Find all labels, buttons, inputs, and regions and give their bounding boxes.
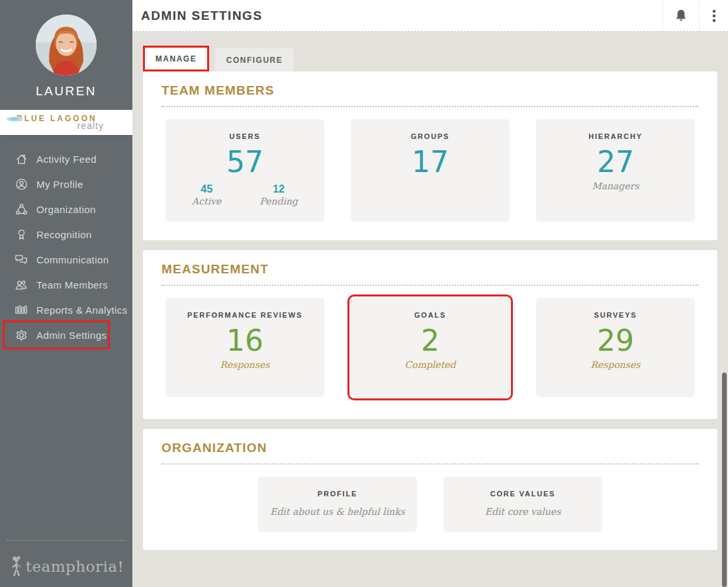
admin-settings-page: LAUREN BLUE LAGOON realty Activity FeedM… [0, 0, 728, 587]
card-hierarchy[interactable]: HIERARCHY27Managers [536, 119, 695, 222]
section-title: TEAM MEMBERS [161, 83, 699, 98]
sidebar-item-team-members[interactable]: Team Members [0, 272, 132, 297]
card-profile[interactable]: PROFILEEdit about us & helpful links [258, 476, 417, 532]
sections: TEAM MEMBERSUSERS5745Active12PendingGROU… [143, 71, 717, 550]
avatar-illustration [36, 15, 97, 75]
substats-row: 45Active12Pending [192, 183, 298, 206]
section-divider [161, 463, 699, 465]
card-title: CORE VALUES [490, 490, 555, 498]
sidebar-item-label: Team Members [36, 279, 108, 291]
tab-configure[interactable]: CONFIGURE [215, 48, 294, 71]
card-core-values[interactable]: CORE VALUESEdit core values [443, 476, 602, 532]
sidebar-footer: teamphoria! [0, 540, 132, 587]
tabs: MANAGECONFIGURE [143, 46, 717, 71]
stat-sublabel: Edit about us & helpful links [270, 506, 405, 517]
notifications-button[interactable] [662, 0, 699, 32]
sidebar-item-reports-analytics[interactable]: Reports & Analytics [0, 297, 132, 322]
card-performance-reviews[interactable]: PERFORMANCE REVIEWS16Responses [165, 298, 324, 397]
vertical-scrollbar[interactable] [722, 373, 727, 587]
sidebar: LAUREN BLUE LAGOON realty Activity FeedM… [0, 0, 132, 587]
card-title: PERFORMANCE REVIEWS [187, 311, 302, 319]
card-title: GROUPS [411, 132, 449, 140]
topbar: ADMIN SETTINGS [132, 0, 728, 32]
card-groups[interactable]: GROUPS17 [351, 119, 510, 222]
sidebar-item-recognition[interactable]: Recognition [0, 222, 132, 247]
substat-label: Active [192, 196, 221, 206]
card-surveys[interactable]: SURVEYS29Responses [536, 298, 695, 397]
sidebar-item-label: Reports & Analytics [36, 304, 128, 316]
sidebar-item-admin-settings[interactable]: Admin Settings [0, 322, 132, 347]
sidebar-item-label: My Profile [36, 179, 83, 190]
section-divider [161, 106, 699, 107]
stat-sublabel: Completed [404, 359, 455, 370]
bell-icon [675, 9, 687, 23]
sidebar-item-label: Communication [36, 254, 109, 265]
substat-pending: 12Pending [259, 183, 298, 206]
overflow-menu-button[interactable] [699, 0, 728, 32]
stat-value: 17 [412, 146, 449, 178]
card-users[interactable]: USERS5745Active12Pending [165, 119, 324, 222]
avatar[interactable] [36, 15, 97, 75]
substat-value: 12 [259, 183, 298, 195]
company-logo: BLUE LAGOON realty [0, 110, 132, 135]
stat-value: 57 [226, 146, 263, 178]
sidebar-item-organization[interactable]: Organization [0, 197, 132, 222]
network-icon [15, 203, 28, 216]
teamphoria-mascot-icon [9, 555, 24, 578]
tab-manage[interactable]: MANAGE [145, 48, 207, 69]
stat-sublabel: Responses [220, 359, 269, 370]
sidebar-item-label: Activity Feed [36, 154, 97, 165]
stat-value: 2 [421, 325, 439, 357]
card-title: USERS [230, 132, 261, 140]
sidebar-item-my-profile[interactable]: My Profile [0, 171, 132, 197]
card-row: USERS5745Active12PendingGROUPS17HIERARCH… [161, 119, 699, 222]
stat-value: 16 [226, 325, 263, 357]
card-row: PERFORMANCE REVIEWS16ResponsesGOALS2Comp… [161, 298, 699, 397]
home-icon [15, 152, 28, 165]
card-title: SURVEYS [594, 311, 637, 319]
card-title: PROFILE [318, 490, 357, 498]
sidebar-nav: Activity FeedMy ProfileOrganizationRecog… [0, 146, 132, 347]
stat-sublabel: Responses [590, 359, 640, 370]
stat-sublabel: Edit core values [485, 506, 561, 517]
annotation-box-manage-tab: MANAGE [143, 46, 209, 71]
award-icon [15, 228, 28, 241]
gear-icon [15, 328, 28, 341]
content: MANAGECONFIGURE TEAM MEMBERSUSERS5745Act… [132, 32, 728, 587]
stat-value: 27 [597, 146, 634, 178]
teamphoria-logo-text: teamphoria! [26, 558, 124, 575]
stat-sublabel: Managers [592, 181, 639, 191]
avatar-wrap [0, 0, 132, 75]
card-row: PROFILEEdit about us & helpful linksCORE… [161, 476, 699, 532]
sidebar-item-activity-feed[interactable]: Activity Feed [0, 146, 132, 171]
kebab-menu-icon [713, 10, 715, 22]
substat-active: 45Active [192, 183, 221, 206]
section-organization: ORGANIZATIONPROFILEEdit about us & helpf… [143, 429, 717, 550]
sidebar-item-label: Admin Settings [36, 330, 107, 341]
stat-value: 29 [597, 325, 634, 357]
substat-label: Pending [259, 196, 298, 206]
sidebar-item-label: Organization [36, 204, 96, 215]
sidebar-item-label: Recognition [36, 229, 92, 240]
main-area: ADMIN SETTINGS MANAGECONFIGURE TEAM MEMB… [132, 0, 728, 587]
page-title: ADMIN SETTINGS [132, 9, 662, 23]
section-team-members: TEAM MEMBERSUSERS5745Active12PendingGROU… [143, 71, 717, 240]
sidebar-item-communication[interactable]: Communication [0, 247, 132, 272]
section-title: ORGANIZATION [161, 441, 699, 455]
card-title: GOALS [414, 311, 446, 319]
teamphoria-logo: teamphoria! [0, 555, 132, 578]
section-divider [161, 285, 699, 286]
lagoon-swoosh-icon [6, 116, 23, 122]
user-name: LAUREN [0, 84, 132, 99]
card-goals[interactable]: GOALS2Completed [351, 298, 510, 397]
section-measurement: MEASUREMENTPERFORMANCE REVIEWS16Response… [143, 250, 717, 419]
section-title: MEASUREMENT [161, 262, 699, 277]
people-icon [15, 278, 28, 291]
chat-icon [15, 253, 28, 266]
substat-value: 45 [192, 183, 221, 195]
card-title: HIERARCHY [588, 132, 643, 140]
sidebar-footer-divider [7, 540, 126, 541]
user-icon [15, 177, 28, 191]
bar-chart-icon [15, 303, 28, 316]
